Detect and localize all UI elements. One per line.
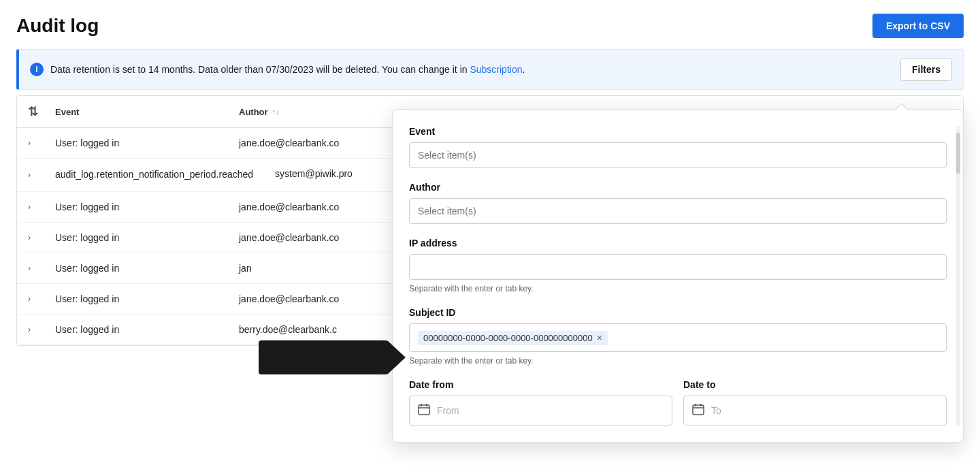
row-event: User: logged in <box>44 324 228 335</box>
row-author: jane.doe@clearbank.co <box>228 232 412 243</box>
filter-subject-hint: Separate with the enter or tab key. <box>409 356 947 366</box>
chevron-right-icon: › <box>28 202 31 212</box>
row-event: User: logged in <box>44 232 228 243</box>
date-to-input-wrapper[interactable]: To <box>683 396 947 426</box>
date-from-input-wrapper[interactable]: From <box>409 396 672 426</box>
filter-event-section: Event <box>409 126 947 168</box>
filters-button[interactable]: Filters <box>900 58 952 81</box>
filter-panel-scrollbar[interactable] <box>956 126 960 426</box>
date-to-section: Date to To <box>683 379 947 426</box>
row-author: jane.doe@clearbank.co <box>228 138 412 148</box>
author-sort-icon[interactable]: ↑↓ <box>272 108 280 116</box>
chevron-right-icon: › <box>28 294 31 304</box>
arrow-annotation <box>259 340 388 374</box>
filter-ip-input[interactable] <box>409 254 947 280</box>
info-bar-text: Data retention is set to 14 months. Data… <box>50 64 525 75</box>
row-event: audit_log.retention_notification_period.… <box>44 168 264 182</box>
date-from-section: Date from From <box>409 379 672 426</box>
row-event: User: logged in <box>44 202 228 212</box>
row-expand[interactable]: › <box>17 138 44 148</box>
calendar-from-icon <box>418 403 430 418</box>
filter-author-label: Author <box>409 182 947 193</box>
chevron-right-icon: › <box>28 325 31 334</box>
row-expand[interactable]: › <box>17 324 44 335</box>
filter-ip-hint: Separate with the enter or tab key. <box>409 284 947 293</box>
export-csv-button[interactable]: Export to CSV <box>872 14 964 38</box>
svg-rect-0 <box>419 405 429 415</box>
date-from-placeholder: From <box>437 405 459 416</box>
filter-subject-label: Subject ID <box>409 307 947 318</box>
th-event: Event <box>44 104 228 119</box>
filter-author-section: Author <box>409 182 947 224</box>
th-author: Author ↑↓ <box>228 104 412 119</box>
row-expand[interactable]: › <box>17 293 44 304</box>
page-title: Audit log <box>16 15 99 37</box>
chevron-right-icon: › <box>28 263 31 273</box>
row-event: User: logged in <box>44 263 228 274</box>
filter-panel-caret <box>895 103 909 110</box>
chevron-right-icon: › <box>28 170 31 180</box>
filter-event-input[interactable] <box>409 142 947 168</box>
filter-event-label: Event <box>409 126 947 137</box>
filter-ip-label: IP address <box>409 238 947 248</box>
calendar-to-icon <box>692 403 704 418</box>
subscription-link[interactable]: Subscription <box>470 64 522 75</box>
row-author: berry.doe@clearbank.c <box>228 324 412 335</box>
sort-all-icon: ⇅ <box>28 104 38 119</box>
row-expand[interactable]: › <box>17 232 44 243</box>
row-author: jane.doe@clearbank.co <box>228 293 412 304</box>
chevron-right-icon: › <box>28 138 31 148</box>
th-expand: ⇅ <box>17 104 44 119</box>
date-range-section: Date from From Date to <box>409 379 947 426</box>
filter-subject-tag-close[interactable]: × <box>597 333 602 342</box>
date-to-placeholder: To <box>711 405 721 416</box>
row-expand[interactable]: › <box>17 263 44 274</box>
filter-subject-tag: 00000000-0000-0000-0000-000000000000 × <box>418 331 608 345</box>
info-bar-content: i Data retention is set to 14 months. Da… <box>30 63 525 76</box>
filter-ip-section: IP address Separate with the enter or ta… <box>409 238 947 293</box>
arrow-shape <box>259 340 388 374</box>
filter-subject-input[interactable]: 00000000-0000-0000-0000-000000000000 × <box>409 323 947 352</box>
row-author: jane.doe@clearbank.co <box>228 202 412 212</box>
row-author: jan <box>228 263 412 274</box>
info-icon: i <box>30 63 44 76</box>
date-to-label: Date to <box>683 379 947 390</box>
row-event: User: logged in <box>44 293 228 304</box>
filter-author-input[interactable] <box>409 198 947 224</box>
filter-panel: Event Author IP address Separate with th… <box>392 109 964 443</box>
row-event: User: logged in <box>44 138 228 148</box>
page-container: Audit log Export to CSV i Data retention… <box>0 0 980 465</box>
row-expand[interactable]: › <box>17 168 44 182</box>
filter-subject-section: Subject ID 00000000-0000-0000-0000-00000… <box>409 307 947 366</box>
header: Audit log Export to CSV <box>0 0 980 49</box>
row-expand[interactable]: › <box>17 202 44 212</box>
filter-panel-scrollbar-thumb <box>956 133 960 174</box>
chevron-right-icon: › <box>28 233 31 242</box>
date-from-label: Date from <box>409 379 672 390</box>
svg-rect-4 <box>693 405 704 415</box>
